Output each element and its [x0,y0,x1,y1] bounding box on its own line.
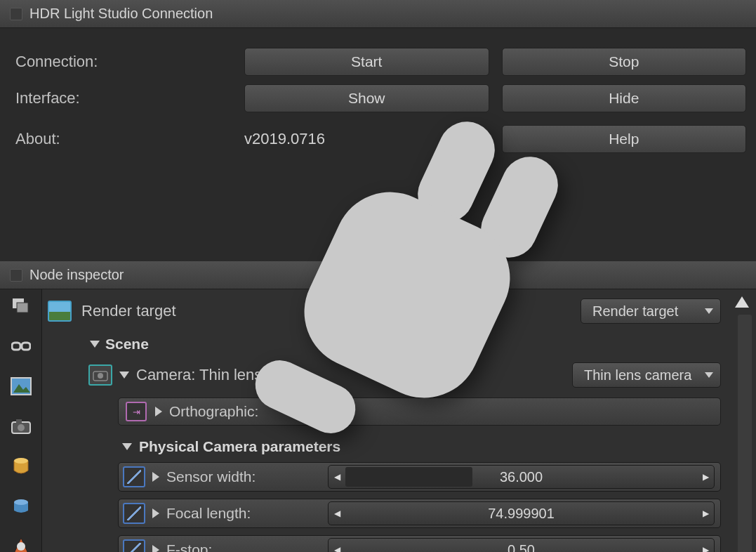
render-target-dropdown-value: Render target [592,303,678,320]
image-icon[interactable] [9,376,33,397]
start-button[interactable]: Start [244,48,489,76]
svg-point-12 [17,542,25,551]
geometry-icon[interactable] [9,536,33,552]
curve-pin-icon[interactable] [123,466,145,487]
disclosure-right-icon[interactable] [152,545,159,552]
svg-rect-2 [12,343,20,350]
stop-button[interactable]: Stop [502,48,747,76]
spinner-increment-icon[interactable] [697,502,714,525]
interface-label: Interface: [15,89,244,107]
node-inspector-title: Node inspector [29,267,124,283]
inspector-sidebar [0,289,42,552]
spinner-increment-icon[interactable] [697,466,714,488]
spinner-decrement-icon[interactable] [329,539,345,552]
svg-rect-3 [22,343,30,350]
about-row: About: v2019.0716 Help [15,121,746,157]
camera-type-dropdown[interactable]: Thin lens camera [572,362,721,388]
spinner-decrement-icon[interactable] [329,466,345,488]
physical-camera-header[interactable]: Physical Camera parameters [122,438,749,455]
scene-header[interactable]: Scene [90,336,749,353]
svg-point-7 [18,424,25,431]
render-target-label: Render target [81,302,581,320]
hdr-panel-body: Connection: Start Stop Interface: Show H… [0,28,756,178]
inspector-main: Render target Render target Scene [42,289,756,552]
sensor-width-label: Sensor width: [166,468,256,485]
orthographic-row: ⇥ Orthographic: [118,397,721,426]
f-stop-spinner[interactable]: 0.50 [328,538,715,552]
camera-type-value: Thin lens camera [584,367,691,383]
render-target-dropdown[interactable]: Render target [581,298,721,324]
spinner-decrement-icon[interactable] [329,502,345,525]
f-stop-row: F-stop: 0.50 [118,535,721,552]
sensor-width-spinner[interactable]: 36.000 [328,465,715,489]
camera-label: Camera: Thin lens cam [136,366,565,384]
focal-length-label: Focal length: [166,505,251,522]
disclosure-right-icon[interactable] [152,472,159,482]
disclosure-right-icon[interactable] [155,407,162,416]
scrollbar[interactable] [738,315,752,552]
orthographic-pin-icon[interactable]: ⇥ [126,402,147,421]
hdr-panel-checkbox[interactable] [10,8,22,20]
camera-row: Camera: Thin lens cam Thin lens camera [88,361,749,389]
disclosure-down-icon[interactable] [119,372,129,379]
focal-length-value: 74.999901 [345,506,697,522]
hdr-panel-title: HDR Light Studio Connection [29,6,213,22]
show-button[interactable]: Show [244,84,489,112]
svg-point-9 [14,458,28,464]
connection-label: Connection: [15,53,244,71]
f-stop-label: F-stop: [166,541,212,552]
curve-pin-icon[interactable] [123,503,145,524]
version-text: v2019.0716 [244,130,489,148]
chevron-down-icon [705,308,713,314]
curve-pin-icon[interactable] [123,539,145,552]
orthographic-label: Orthographic: [169,403,258,420]
physical-camera-label: Physical Camera parameters [139,438,340,455]
help-button[interactable]: Help [502,125,747,153]
node-inspector-checkbox[interactable] [10,269,22,282]
camera-icon[interactable] [9,416,33,437]
material-icon[interactable] [9,456,33,476]
disclosure-down-icon [122,443,132,450]
chevron-down-icon [705,372,713,378]
app-root: HDR Light Studio Connection Connection: … [0,0,756,552]
sensor-width-row: Sensor width: 36.000 [118,462,721,492]
node-inspector-body: Render target Render target Scene [0,289,756,552]
focal-length-spinner[interactable]: 74.999901 [328,501,715,525]
node-inspector-header: Node inspector [0,261,756,289]
stack-icon[interactable] [9,296,33,317]
orthographic-checkbox[interactable] [334,402,352,421]
svg-point-14 [98,373,103,379]
scene-section: Scene [90,336,749,353]
disclosure-right-icon[interactable] [152,508,159,518]
focal-length-row: Focal length: 74.999901 [118,499,721,528]
about-label: About: [15,130,244,148]
scroll-up-icon[interactable] [735,296,749,308]
disclosure-down-icon [90,341,100,348]
svg-point-10 [14,499,28,505]
render-target-thumb-icon[interactable] [48,301,72,322]
f-stop-value: 0.50 [345,542,697,553]
connection-row: Connection: Start Stop [15,44,746,80]
svg-rect-1 [17,303,28,313]
svg-rect-8 [16,419,22,423]
environment-icon[interactable] [9,496,33,516]
node-inspector-panel: Node inspector [0,261,756,552]
interface-row: Interface: Show Hide [15,80,746,117]
scene-label: Scene [105,336,149,353]
link-icon[interactable] [9,336,33,357]
render-target-row: Render target Render target [48,296,749,326]
hide-button[interactable]: Hide [502,84,747,112]
hdr-panel-header: HDR Light Studio Connection [0,0,756,28]
spinner-increment-icon[interactable] [697,539,714,552]
camera-node-icon[interactable] [88,364,112,386]
